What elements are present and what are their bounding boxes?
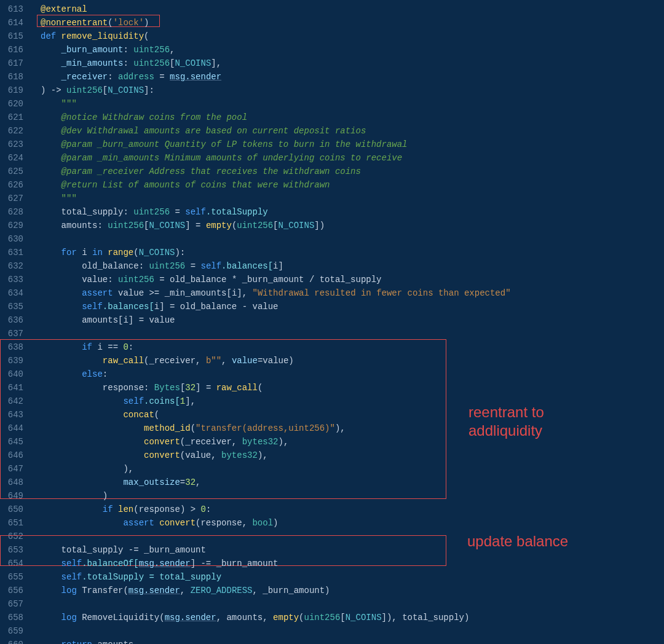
line-number: 656 — [0, 584, 31, 597]
code-line: 617 _min_amounts: uint256[N_COINS], — [0, 57, 664, 70]
line-number: 618 — [0, 70, 31, 84]
line-number: 614 — [0, 16, 31, 29]
line-number: 659 — [0, 624, 31, 638]
decorator: @external — [41, 4, 87, 14]
code-line: 638 if i == 0: — [0, 340, 664, 354]
line-number: 616 — [0, 43, 31, 57]
code-editor: reentrant to addliquidity update balance… — [0, 0, 664, 644]
line-number: 655 — [0, 570, 31, 584]
line-number: 641 — [0, 381, 31, 395]
code-line: 649 ) — [0, 489, 664, 503]
line-number: 632 — [0, 259, 31, 273]
code-line: 613 @external — [0, 2, 664, 16]
code-line: 621 @notice Withdraw coins from the pool — [0, 111, 664, 124]
code-line: 650 if len(response) > 0: — [0, 503, 664, 516]
line-number: 646 — [0, 449, 31, 462]
line-number: 626 — [0, 178, 31, 192]
code-line: 626 @return List of amounts of coins tha… — [0, 178, 664, 192]
function-name: remove_liquidity — [61, 31, 144, 41]
code-line: 614 @nonreentrant('lock') — [0, 16, 664, 29]
line-number: 623 — [0, 138, 31, 151]
line-number: 615 — [0, 29, 31, 43]
line-number: 633 — [0, 273, 31, 286]
code-line: 622 @dev Withdrawal amounts are based on… — [0, 124, 664, 138]
line-number: 650 — [0, 503, 31, 516]
line-number: 653 — [0, 543, 31, 557]
line-number: 625 — [0, 165, 31, 178]
code-line: 624 @param _min_amounts Minimum amounts … — [0, 151, 664, 165]
code-line: 654 self.balanceOf[msg.sender] -= _burn_… — [0, 557, 664, 570]
code-line: 652 — [0, 530, 664, 543]
code-line: 632 old_balance: uint256 = self.balances… — [0, 259, 664, 273]
line-number: 654 — [0, 557, 31, 570]
line-number: 622 — [0, 124, 31, 138]
code-line: 655 self.totalSupply = total_supply — [0, 570, 664, 584]
line-number: 634 — [0, 286, 31, 300]
code-line: 629 amounts: uint256[N_COINS] = empty(ui… — [0, 219, 664, 232]
code-line: 647 ), — [0, 462, 664, 476]
code-line: 645 convert(_receiver, bytes32), — [0, 435, 664, 449]
line-number: 631 — [0, 246, 31, 259]
line-number: 660 — [0, 638, 31, 644]
line-number: 648 — [0, 476, 31, 489]
line-number: 619 — [0, 84, 31, 97]
line-number: 628 — [0, 205, 31, 219]
code-line: 636 amounts[i] = value — [0, 313, 664, 327]
line-number: 624 — [0, 151, 31, 165]
code-line: 620 """ — [0, 97, 664, 111]
line-number: 636 — [0, 313, 31, 327]
code-line: 633 value: uint256 = old_balance * _burn… — [0, 273, 664, 286]
code-line: 639 raw_call(_receiver, b"", value=value… — [0, 354, 664, 367]
line-number: 617 — [0, 57, 31, 70]
code-line: 656 log Transfer(msg.sender, ZERO_ADDRES… — [0, 584, 664, 597]
code-line: 641 response: Bytes[32] = raw_call( — [0, 381, 664, 395]
code-line: 643 concat( — [0, 408, 664, 422]
code-line: 640 else: — [0, 367, 664, 381]
code-line: 648 max_outsize=32, — [0, 476, 664, 489]
code-line: 619 ) -> uint256[N_COINS]: — [0, 84, 664, 97]
code-line: 634 assert value >= _min_amounts[i], "Wi… — [0, 286, 664, 300]
code-line: 631 for i in range(N_COINS): — [0, 246, 664, 259]
line-number: 644 — [0, 422, 31, 435]
code-line: 657 — [0, 597, 664, 611]
line-number: 620 — [0, 97, 31, 111]
code-line: 623 @param _burn_amount Quantity of LP t… — [0, 138, 664, 151]
line-number: 649 — [0, 489, 31, 503]
line-number: 638 — [0, 340, 31, 354]
code-line: 625 @param _receiver Address that receiv… — [0, 165, 664, 178]
line-number: 639 — [0, 354, 31, 367]
line-number: 629 — [0, 219, 31, 232]
line-number: 645 — [0, 435, 31, 449]
code-line: 644 method_id("transfer(address,uint256)… — [0, 422, 664, 435]
line-number: 657 — [0, 597, 31, 611]
code-line: 616 _burn_amount: uint256, — [0, 43, 664, 57]
code-line: 635 self.balances[i] = old_balance - val… — [0, 300, 664, 313]
code-line: 627 """ — [0, 192, 664, 205]
code-line: 660 return amounts — [0, 638, 664, 644]
code-line: 618 _receiver: address = msg.sender — [0, 70, 664, 84]
line-number: 643 — [0, 408, 31, 422]
code-line: 630 — [0, 232, 664, 246]
code-line: 615 def remove_liquidity( — [0, 29, 664, 43]
line-number: 630 — [0, 232, 31, 246]
line-number: 637 — [0, 327, 31, 340]
line-number: 640 — [0, 367, 31, 381]
code-line: 646 convert(value, bytes32), — [0, 449, 664, 462]
code-line: 653 total_supply -= _burn_amount — [0, 543, 664, 557]
line-number: 642 — [0, 395, 31, 408]
code-line: 658 log RemoveLiquidity(msg.sender, amou… — [0, 611, 664, 624]
line-number: 627 — [0, 192, 31, 205]
decorator: @nonreentrant — [41, 18, 108, 28]
line-number: 613 — [0, 2, 31, 16]
code-line: 628 total_supply: uint256 = self.totalSu… — [0, 205, 664, 219]
line-number: 651 — [0, 516, 31, 530]
code-line: 637 — [0, 327, 664, 340]
code-line: 642 self.coins[1], — [0, 395, 664, 408]
code-line: 659 — [0, 624, 664, 638]
line-number: 635 — [0, 300, 31, 313]
line-number: 658 — [0, 611, 31, 624]
code-line: 651 assert convert(response, bool) — [0, 516, 664, 530]
line-number: 621 — [0, 111, 31, 124]
line-number: 647 — [0, 462, 31, 476]
line-number: 652 — [0, 530, 31, 543]
